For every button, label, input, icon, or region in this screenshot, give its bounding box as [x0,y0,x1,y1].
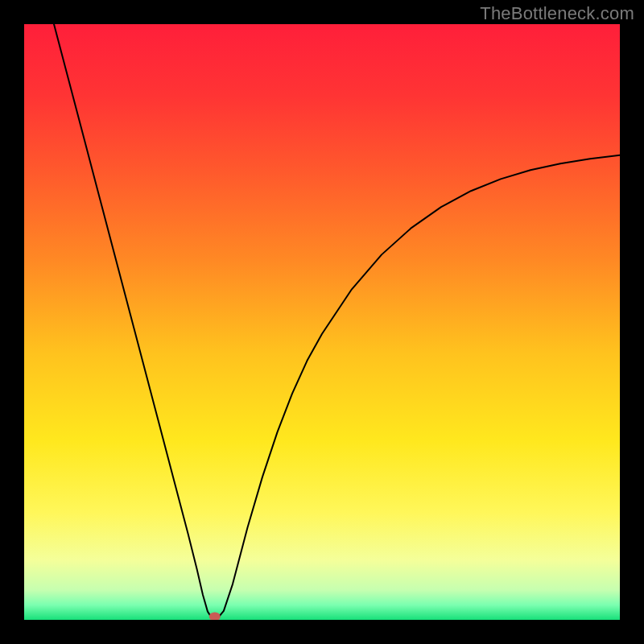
chart-svg [24,24,620,620]
chart-frame: TheBottleneck.com [0,0,644,644]
watermark-text: TheBottleneck.com [480,3,634,24]
gradient-background [24,24,620,620]
plot-area [24,24,620,620]
